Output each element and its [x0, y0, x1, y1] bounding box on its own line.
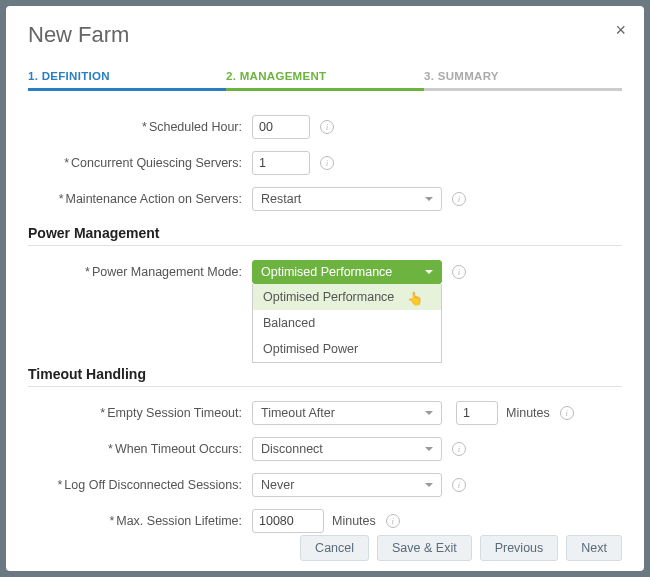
divider [28, 245, 622, 246]
divider [28, 386, 622, 387]
tab-summary[interactable]: 3. SUMMARY [424, 66, 622, 91]
label-scheduled-hour: Scheduled Hour: [28, 120, 252, 134]
scheduled-hour-input[interactable] [252, 115, 310, 139]
label-maint-action: Maintenance Action on Servers: [28, 192, 252, 206]
tab-definition[interactable]: 1. DEFINITION [28, 66, 226, 91]
info-icon[interactable]: i [320, 120, 334, 134]
option-optimised-performance[interactable]: Optimised Performance 👆 [253, 284, 441, 310]
power-mode-dropdown-wrap: Optimised Performance Optimised Performa… [252, 260, 442, 284]
info-icon[interactable]: i [452, 478, 466, 492]
label-max-lifetime: Max. Session Lifetime: [28, 514, 252, 528]
info-icon[interactable]: i [452, 192, 466, 206]
cancel-button[interactable]: Cancel [300, 535, 369, 561]
footer-buttons: Cancel Save & Exit Previous Next [300, 535, 622, 561]
wizard-tabs: 1. DEFINITION 2. MANAGEMENT 3. SUMMARY [28, 66, 622, 91]
previous-button[interactable]: Previous [480, 535, 559, 561]
modal-title: New Farm [28, 22, 622, 48]
empty-session-select[interactable]: Timeout After [252, 401, 442, 425]
label-power-mode: Power Management Mode: [28, 265, 252, 279]
power-mode-menu: Optimised Performance 👆 Balanced Optimis… [252, 284, 442, 363]
minutes-unit: Minutes [332, 514, 376, 528]
close-icon[interactable]: × [615, 20, 626, 41]
concurrent-input[interactable] [252, 151, 310, 175]
tab-management[interactable]: 2. MANAGEMENT [226, 66, 424, 91]
minutes-unit: Minutes [506, 406, 550, 420]
option-optimised-power[interactable]: Optimised Power [253, 336, 441, 362]
label-concurrent: Concurrent Quiescing Servers: [28, 156, 252, 170]
power-mode-select[interactable]: Optimised Performance [252, 260, 442, 284]
section-power-management: Power Management [28, 225, 622, 241]
next-button[interactable]: Next [566, 535, 622, 561]
save-exit-button[interactable]: Save & Exit [377, 535, 472, 561]
when-timeout-select[interactable]: Disconnect [252, 437, 442, 461]
option-balanced[interactable]: Balanced [253, 310, 441, 336]
section-timeout-handling: Timeout Handling [28, 366, 622, 382]
info-icon[interactable]: i [452, 265, 466, 279]
label-when-timeout: When Timeout Occurs: [28, 442, 252, 456]
empty-session-minutes-input[interactable] [456, 401, 498, 425]
label-empty-session: Empty Session Timeout: [28, 406, 252, 420]
maint-action-select[interactable]: Restart [252, 187, 442, 211]
info-icon[interactable]: i [560, 406, 574, 420]
info-icon[interactable]: i [320, 156, 334, 170]
logoff-select[interactable]: Never [252, 473, 442, 497]
form-area: Scheduled Hour: i Concurrent Quiescing S… [28, 91, 622, 533]
info-icon[interactable]: i [452, 442, 466, 456]
max-lifetime-input[interactable] [252, 509, 324, 533]
label-logoff: Log Off Disconnected Sessions: [28, 478, 252, 492]
new-farm-modal: × New Farm 1. DEFINITION 2. MANAGEMENT 3… [6, 6, 644, 571]
info-icon[interactable]: i [386, 514, 400, 528]
cursor-icon: 👆 [407, 291, 423, 306]
